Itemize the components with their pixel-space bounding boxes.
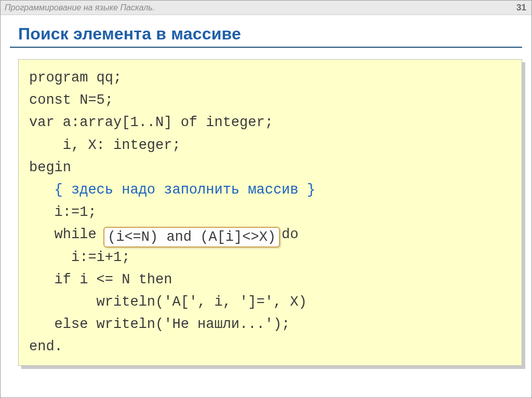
code-line: i:=i+1; [29,250,130,265]
code-comment: { здесь надо заполнить массив } [29,182,315,198]
code-line: i:=1; [29,204,97,220]
breadcrumb: Программирование на языке Паскаль. [5,3,155,12]
code-line: begin [29,160,71,175]
header-bar: Программирование на языке Паскаль. 31 [1,1,531,15]
page-number: 31 [516,3,526,13]
code-line: end. [29,339,63,354]
title-rule [10,47,522,48]
code-line: writeln('A[', i, ']=', X) [29,294,307,310]
code-line: var a:array[1..N] of integer; [29,115,273,130]
code-line: else writeln('Не нашли...'); [29,317,290,332]
code-line: program qq; [29,70,122,86]
condition-highlight: (i<=N) and (A[i]<>X) [103,227,280,248]
code-line: while [29,227,105,242]
code-block: program qq; const N=5; var a:array[1..N]… [18,59,522,366]
code-line: i, X: integer; [29,138,181,153]
page-title: Поиск элемента в массиве [1,15,531,47]
code-line: const N=5; [29,92,113,108]
code-wrap: program qq; const N=5; var a:array[1..N]… [18,59,522,366]
code-line: if i <= N then [29,272,172,287]
slide: Программирование на языке Паскаль. 31 По… [0,0,532,398]
